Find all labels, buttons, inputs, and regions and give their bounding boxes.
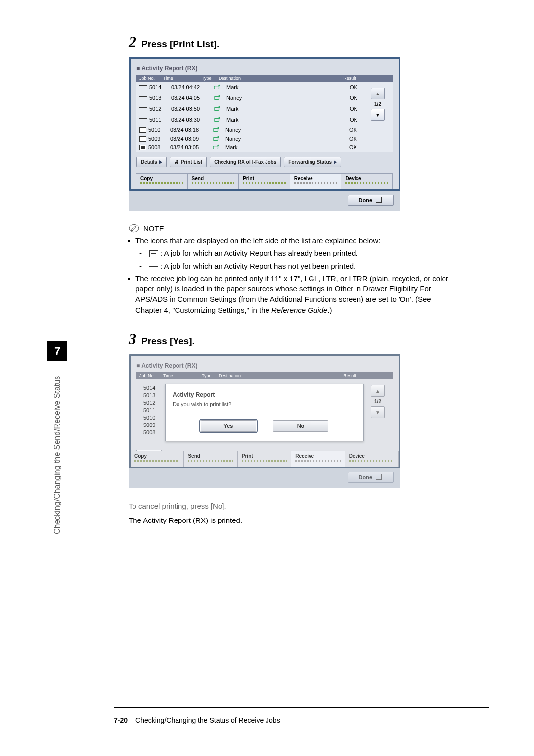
- chapter-number: 7: [47, 341, 67, 361]
- tab-receive[interactable]: Receive: [290, 174, 342, 189]
- page-footer: 7-20 Checking/Changing the Status of Rec…: [0, 707, 534, 724]
- table-row[interactable]: 500803/24 03:05MarkOK: [136, 143, 393, 152]
- fax-type-icon: [210, 95, 224, 101]
- note-sub-printed: : A job for which an Activity Report has…: [142, 248, 455, 258]
- page-indicator: 1/2: [374, 399, 381, 404]
- note-bullets: The icons that are displayed on the left…: [129, 236, 455, 315]
- fax-type-icon: [210, 84, 224, 90]
- details-button[interactable]: Details: [136, 157, 167, 167]
- chevron-right-icon: [334, 160, 337, 164]
- print-list-button[interactable]: 🖨Print List: [170, 157, 207, 167]
- step-3-heading: 3 Press [Yes].: [129, 330, 455, 348]
- svg-point-14: [129, 224, 139, 232]
- col-result: Result: [310, 76, 390, 81]
- svg-point-5: [218, 106, 220, 108]
- svg-point-13: [217, 145, 219, 147]
- not-printed-icon: [139, 96, 147, 102]
- svg-point-3: [218, 95, 220, 97]
- printed-text: The Activity Report (RX) is printed.: [129, 515, 455, 526]
- job-table: 501403/24 04:42MarkOK 501303/24 04:05Nan…: [136, 82, 393, 152]
- printed-icon: [139, 136, 146, 142]
- forwarding-status-button[interactable]: Forwarding Status: [284, 157, 341, 167]
- page-down-button[interactable]: ▼: [371, 109, 385, 121]
- svg-point-11: [217, 136, 219, 138]
- tab-copy[interactable]: Copy: [136, 174, 188, 189]
- no-button[interactable]: No: [273, 420, 328, 432]
- svg-rect-6: [214, 119, 219, 122]
- svg-point-9: [217, 127, 219, 129]
- printed-icon: [139, 145, 146, 150]
- chapter-side-tab: 7 Checking/Changing the Send/Receive Sta…: [47, 341, 67, 549]
- yes-button[interactable]: Yes: [201, 420, 256, 432]
- svg-rect-4: [214, 108, 219, 111]
- col-destination: Destination: [219, 76, 308, 81]
- tab-send: Send: [184, 451, 237, 467]
- page-down-button: ▼: [371, 406, 385, 418]
- fax-type-icon: [209, 127, 223, 133]
- table-row[interactable]: 501303/24 04:05NancyOK: [136, 93, 393, 103]
- not-printed-icon: [149, 266, 158, 267]
- not-printed-icon: [139, 107, 147, 113]
- printed-icon: [149, 250, 158, 257]
- cancel-hint: To cancel printing, press [No].: [129, 501, 455, 512]
- details-button: Details: [136, 450, 162, 460]
- svg-rect-8: [213, 129, 218, 132]
- dialog-message: Do you wish to print list?: [173, 401, 356, 407]
- svg-rect-12: [213, 146, 218, 149]
- svg-rect-10: [213, 138, 218, 141]
- step-2-number: 2: [129, 33, 136, 51]
- note-label: NOTE: [143, 224, 164, 233]
- tab-device: Device: [345, 451, 399, 467]
- dialog-title: Activity Report: [173, 391, 356, 398]
- fax-type-icon: [210, 106, 224, 112]
- tab-receive: Receive: [291, 451, 345, 467]
- job-table-header: Job No. Time Type Destination Result: [136, 372, 393, 379]
- fax-type-icon: [209, 144, 223, 150]
- svg-rect-0: [214, 86, 219, 89]
- table-row[interactable]: 501003/24 03:18NancyOK: [136, 125, 393, 134]
- table-row[interactable]: 500903/24 03:09NancyOK: [136, 134, 393, 143]
- printer-icon: 🖨: [174, 159, 179, 165]
- table-row[interactable]: 501203/24 03:50MarkOK: [136, 103, 393, 114]
- footer-title: Checking/Changing the Status of Receive …: [135, 716, 280, 724]
- fax-type-icon: [209, 136, 223, 142]
- col-jobno: Job No.: [139, 76, 161, 81]
- jobno-column: 5014 5013 5012 5011 5010 5009 5008: [141, 385, 155, 435]
- tab-send[interactable]: Send: [188, 174, 239, 189]
- not-printed-icon: [139, 118, 147, 124]
- col-type: Type: [202, 76, 217, 81]
- print-confirm-dialog: Activity Report Do you wish to print lis…: [165, 384, 364, 441]
- tab-device[interactable]: Device: [341, 174, 393, 189]
- step-3-title: Press [Yes].: [141, 336, 195, 347]
- return-icon: [376, 474, 382, 480]
- checking-rx-button[interactable]: Checking RX of I-Fax Jobs: [210, 157, 281, 167]
- note-bullet-icons: The icons that are displayed on the left…: [135, 236, 380, 245]
- note-bullet-paper: The receive job log can be printed only …: [135, 273, 455, 315]
- svg-point-7: [218, 117, 220, 119]
- reference-guide-ref: Reference Guide: [271, 306, 327, 314]
- return-icon: [376, 197, 382, 203]
- col-time: Time: [163, 76, 200, 81]
- table-row[interactable]: 501103/24 03:30MarkOK: [136, 114, 393, 125]
- tab-print[interactable]: Print: [239, 174, 290, 189]
- tab-print: Print: [238, 451, 291, 467]
- note-pencil-icon: [129, 224, 139, 233]
- chapter-side-label: Checking/Changing the Send/Receive Statu…: [47, 361, 67, 549]
- step-2-title: Press [Print List].: [141, 39, 219, 49]
- screen-title: ■ Activity Report (RX): [136, 362, 197, 369]
- table-row[interactable]: 501403/24 04:42MarkOK: [136, 82, 393, 93]
- fax-type-icon: [210, 117, 224, 123]
- page-up-button: ▲: [371, 385, 385, 397]
- screenshot-print-list: ■ Activity Report (RX) Job No. Time Type…: [129, 57, 400, 211]
- printed-icon: [139, 127, 146, 133]
- svg-point-1: [218, 85, 220, 87]
- note-sub-not-printed: : A job for which an Activity Report has…: [142, 261, 455, 271]
- screenshot-yes-no: ■ Activity Report (RX) Job No. Time Type…: [129, 354, 400, 488]
- page-up-button[interactable]: ▲: [371, 88, 385, 99]
- done-button[interactable]: Done: [348, 195, 394, 206]
- not-printed-icon: [139, 85, 147, 91]
- chevron-right-icon: [159, 160, 162, 164]
- done-button: Done: [348, 472, 394, 483]
- step-2-heading: 2 Press [Print List].: [129, 33, 455, 51]
- screen-title: ■ Activity Report (RX): [136, 65, 197, 72]
